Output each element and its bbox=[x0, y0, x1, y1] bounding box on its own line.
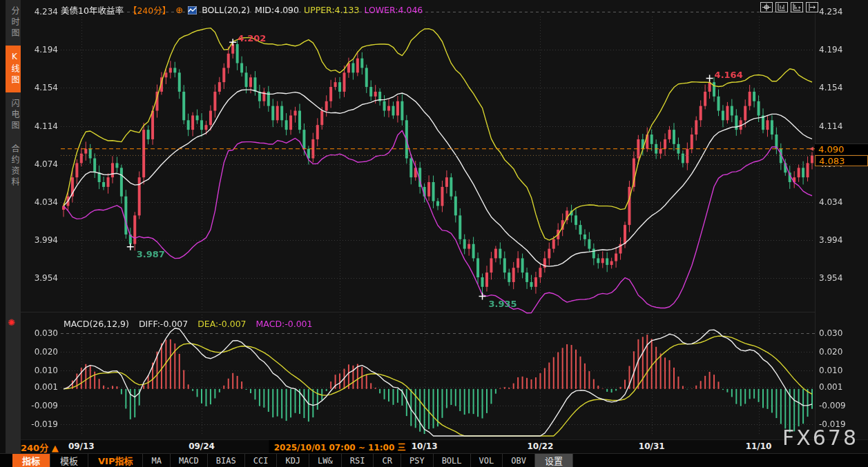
brand-watermark: FX678 bbox=[782, 426, 858, 450]
selected-bar-datetime: 2025/10/01 07:00 ~ 11:00 三 bbox=[269, 440, 411, 453]
toolbar-tab-LW&[interactable]: LW& bbox=[309, 454, 342, 467]
toolbar-tab-BOLL[interactable]: BOLL bbox=[434, 454, 471, 467]
x-axis-date-label: 10/31 bbox=[639, 441, 665, 451]
toolbar-tab-PSY[interactable]: PSY bbox=[401, 454, 434, 467]
instrument-title: 美债10年收益率 bbox=[61, 3, 124, 17]
sidebar-tab-1[interactable]: K线图 bbox=[6, 46, 21, 92]
sidebar-tab-3[interactable]: 合约资料 bbox=[6, 138, 21, 195]
date-axis-strip: 240分 ▲ 09/1309/242025/10/01 07:00 ~ 11:0… bbox=[0, 439, 868, 453]
macd-legend: MACD(26,12,9) DIFF:-0.007 DEA:-0.007 MAC… bbox=[64, 319, 313, 329]
chart-tools bbox=[760, 2, 818, 12]
zoom-fit-left-icon[interactable] bbox=[775, 2, 788, 12]
x-axis-date-label: 10/13 bbox=[412, 441, 438, 451]
toolbar-tab-KDJ[interactable]: KDJ bbox=[277, 454, 309, 467]
add-indicator-icon[interactable]: ⊕ bbox=[175, 5, 183, 15]
pan-right-icon[interactable] bbox=[806, 2, 818, 12]
macd-macd-value: MACD:-0.001 bbox=[256, 319, 313, 329]
sidebar: 分时图K线图闪电图合约资料 bbox=[0, 0, 21, 453]
live-indicator-icon[interactable]: ✺ bbox=[8, 317, 15, 328]
main-legend: 美债10年收益率 【240分】 ⊕ BOLL(20,2) MID:4.090 U… bbox=[61, 3, 423, 17]
period-tag: 【240分】 bbox=[128, 3, 171, 17]
chart-window: 分时图K线图闪电图合约资料 ✺ 美债10年收益率 【240分】 ⊕ BOLL(2… bbox=[0, 0, 868, 467]
toolbar-tab-设置[interactable]: 设置 bbox=[535, 454, 573, 467]
sidebar-tab-0[interactable]: 分时图 bbox=[6, 0, 21, 46]
x-axis-date-label: 10/22 bbox=[528, 441, 554, 451]
toolbar-tab-OBV[interactable]: OBV bbox=[503, 454, 535, 467]
boll-label: BOLL(20,2) bbox=[202, 5, 250, 15]
macd-dea-value: DEA:-0.007 bbox=[197, 319, 246, 329]
sidebar-rail bbox=[0, 0, 6, 453]
mid-price-tag: 4.090 bbox=[815, 143, 868, 155]
period-selector[interactable]: 240分 ▲ bbox=[21, 441, 59, 454]
last-price-tag: 4.083 bbox=[815, 155, 868, 166]
toolbar-tab-CCI[interactable]: CCI bbox=[245, 454, 278, 467]
macd-label: MACD(26,12,9) bbox=[64, 319, 129, 329]
toolbar-tab-RSI[interactable]: RSI bbox=[342, 454, 374, 467]
toolbar-tab-MA[interactable]: MA bbox=[143, 454, 170, 467]
toolbar-tab-MACD[interactable]: MACD bbox=[171, 454, 208, 467]
indicator-toolbar: 指标模板VIP指标MAMACDBIASCCIKDJLW&RSICRPSYBOLL… bbox=[0, 453, 868, 467]
boll-lower-value: LOWER:4.046 bbox=[364, 5, 423, 15]
boll-upper-value: UPPER:4.133 bbox=[304, 5, 359, 15]
kline-chart-canvas[interactable] bbox=[0, 0, 868, 439]
kline-style-icon[interactable] bbox=[188, 6, 197, 14]
macd-diff-value: DIFF:-0.007 bbox=[139, 319, 188, 329]
x-axis-date-label: 09/24 bbox=[189, 441, 215, 451]
boll-mid-value: MID:4.090 bbox=[255, 5, 299, 15]
toolbar-tab-VOL[interactable]: VOL bbox=[471, 454, 503, 467]
toolbar-tab-VIP指标[interactable]: VIP指标 bbox=[88, 454, 143, 467]
toolbar-tab-BIAS[interactable]: BIAS bbox=[208, 454, 245, 467]
x-axis-date-label: 09/13 bbox=[68, 441, 95, 451]
x-axis-date-label: 11/10 bbox=[746, 441, 772, 451]
sidebar-tabs: 分时图K线图闪电图合约资料 bbox=[6, 0, 21, 453]
toolbar-tab-模板[interactable]: 模板 bbox=[50, 454, 88, 467]
toolbar-tab-指标[interactable]: 指标 bbox=[12, 454, 50, 467]
sidebar-tab-2[interactable]: 闪电图 bbox=[6, 92, 21, 138]
toolbar-tab-CR[interactable]: CR bbox=[374, 454, 401, 467]
crosshair-tool-icon[interactable] bbox=[760, 2, 773, 12]
zoom-fit-right-icon[interactable] bbox=[791, 2, 803, 12]
